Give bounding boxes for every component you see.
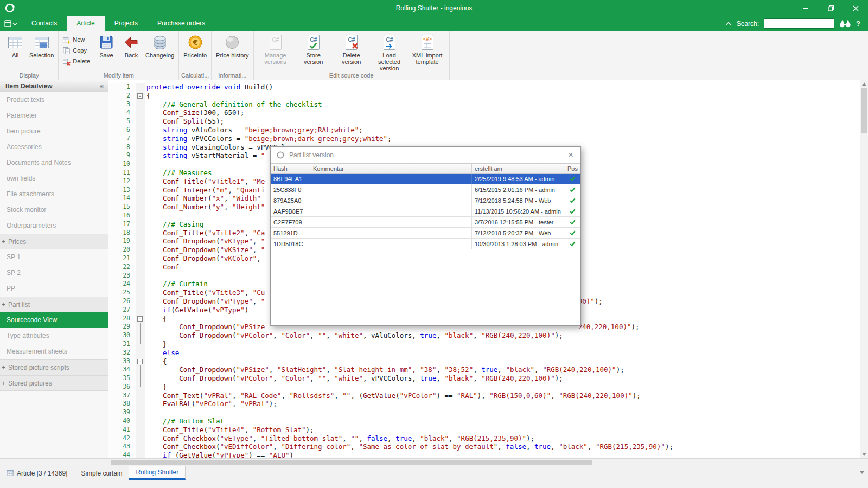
version-row[interactable]: AAF9B8E711/13/2015 10:56:20 AM - admin <box>271 206 580 217</box>
menu-tab-contacts[interactable]: Contacts <box>22 16 67 31</box>
ribbon-groups: AllSelectionDisplayNewCopyDeleteSaveBack… <box>0 31 868 80</box>
sidebar-item-stored-pictures[interactable]: +Stored pictures <box>0 375 108 391</box>
fold-margin <box>136 143 145 152</box>
sidebar-item-sp-2[interactable]: SP 2 <box>0 265 108 281</box>
column-header-kommentar[interactable]: Kommentar <box>310 164 472 173</box>
sidebar-item-stored-picture-scripts[interactable]: +Stored picture scripts <box>0 359 108 375</box>
minimize-button[interactable] <box>793 0 818 16</box>
line-number: 10 <box>108 160 136 169</box>
version-row[interactable]: 551291D7/12/2018 5:20:37 PM - Web <box>271 228 580 239</box>
button-manage-versions[interactable]: C#Manage versions <box>257 33 295 72</box>
button-price-history[interactable]: Price history <box>214 33 251 72</box>
column-header-pos[interactable]: Pos <box>565 164 580 173</box>
sidebar-item-documents-and-notes[interactable]: Documents and Notes <box>0 155 108 171</box>
button-label: Selection <box>29 52 54 59</box>
kommentar-cell <box>310 206 472 216</box>
fold-collapse-icon[interactable]: − <box>137 316 143 322</box>
version-row[interactable]: C2E7F7093/7/2016 12:15:55 PM - tester <box>271 217 580 228</box>
button-copy[interactable]: Copy <box>61 45 93 56</box>
maximize-button[interactable] <box>818 0 843 16</box>
binoculars-icon[interactable] <box>839 20 851 28</box>
sidebar-item-own-fields[interactable]: own fields <box>0 171 108 187</box>
scroll-up-icon[interactable] <box>862 82 866 86</box>
scroll-down-icon[interactable] <box>862 453 866 456</box>
application-menu-button[interactable] <box>0 16 22 31</box>
sidebar-item-label: own fields <box>7 175 35 182</box>
button-delete[interactable]: Delete <box>61 56 93 67</box>
code-text: Conf_Title("vTitle3", "Cu <box>145 288 265 297</box>
expand-plus-icon[interactable]: + <box>2 297 5 313</box>
expand-plus-icon[interactable]: + <box>2 376 5 391</box>
code-text: EvalRAL("vPColor", "vPRal"); <box>145 400 277 408</box>
button-save[interactable]: Save <box>94 33 119 72</box>
menu-tab-article[interactable]: Article <box>67 16 104 31</box>
status-tab-simple-curtain[interactable]: Simple curtain <box>74 466 129 480</box>
sidebar-item-label: Stock monitor <box>7 206 46 214</box>
sidebar-item-type-attributes[interactable]: Type attributes <box>0 328 108 344</box>
new-item-icon <box>62 36 71 44</box>
menu-tab-projects[interactable]: Projects <box>105 16 148 31</box>
dialog-titlebar[interactable]: Part list version × <box>271 147 580 163</box>
button-delete-version[interactable]: C#Delete version <box>333 33 371 72</box>
close-button[interactable] <box>843 0 868 16</box>
fold-margin <box>136 426 145 434</box>
fold-margin <box>136 331 145 340</box>
code-text: Conf_Dropdown("vKType", " <box>145 237 265 246</box>
ribbon-group-label: Edit source code <box>254 72 449 80</box>
button-all[interactable]: All <box>3 33 28 72</box>
dialog-close-icon[interactable]: × <box>564 149 577 162</box>
sidebar-item-label: Stored picture scripts <box>8 364 69 371</box>
fold-margin <box>136 237 145 246</box>
sidebar-item-stock-monitor[interactable]: Stock monitor <box>0 202 108 218</box>
sidebar-item-item-picture[interactable]: Item picture <box>0 124 108 139</box>
sidebar-item-sp-1[interactable]: SP 1 <box>0 249 108 265</box>
status-tab-article-3-14369[interactable]: Article [3 / 14369] <box>0 466 74 480</box>
table-small-icon <box>7 470 14 477</box>
chevron-up-icon[interactable] <box>725 22 732 26</box>
ribbon: AllSelectionDisplayNewCopyDeleteSaveBack… <box>0 31 868 80</box>
version-row[interactable]: 879A25A07/12/2018 5:24:58 PM - Web <box>271 195 580 206</box>
button-selection[interactable]: Selection <box>28 33 55 72</box>
button-back[interactable]: Back <box>119 33 144 72</box>
sidebar-item-orderparameters[interactable]: Orderparameters <box>0 218 108 234</box>
version-row[interactable]: 25C838F06/15/2015 2:01:16 PM - admin <box>271 184 580 195</box>
sidebar-item-part-list[interactable]: +Part list <box>0 297 108 312</box>
sidebar-item-product-texts[interactable]: Product texts <box>0 92 108 108</box>
fold-collapse-icon[interactable]: − <box>137 359 143 364</box>
button-load-selected-version[interactable]: C#Load selected version <box>371 33 409 72</box>
button-store-version[interactable]: C#Store version <box>295 33 333 72</box>
code-line: 7 string vPVCColors = "beige;brown;dark … <box>108 134 868 143</box>
horizontal-scrollbar[interactable] <box>0 458 868 466</box>
button-xml-import-template[interactable]: <#>XML import template <box>409 33 446 72</box>
sidebar-item-parameter[interactable]: Parameter <box>0 108 108 124</box>
button-priceinfo[interactable]: €Priceinfo <box>182 33 208 72</box>
collapse-sidebar-icon[interactable]: « <box>100 80 104 92</box>
hscroll-thumb[interactable] <box>111 460 592 465</box>
fold-collapse-icon[interactable]: − <box>137 93 143 99</box>
version-row[interactable]: 8BF94EA12/25/2019 9:48:53 AM - admin <box>271 174 580 184</box>
sidebar-item-measurement-sheets[interactable]: Measurement sheets <box>0 344 108 359</box>
column-header-hash[interactable]: Hash <box>271 164 310 173</box>
sidebar-item-sourcecode-view[interactable]: Sourcecode View <box>0 312 108 328</box>
button-new[interactable]: New <box>61 34 93 45</box>
expand-plus-icon[interactable]: + <box>2 360 5 376</box>
menu-tab-purchase-orders[interactable]: Purchase orders <box>148 16 215 31</box>
version-row[interactable]: 1DD5018C10/30/2013 1:28:03 PM - admin <box>271 239 580 249</box>
help-icon[interactable]: ? <box>856 20 860 28</box>
sidebar-item-label: Sourcecode View <box>7 316 57 324</box>
status-tab-rolling-shutter[interactable]: Rolling Shutter <box>129 466 186 480</box>
search-input[interactable] <box>764 18 834 29</box>
code-text: { <box>145 92 151 100</box>
vertical-scrollbar[interactable] <box>860 80 868 458</box>
sidebar-item-prices[interactable]: +Prices <box>0 234 108 249</box>
fold-margin <box>136 400 145 408</box>
column-header-erstellt-am[interactable]: erstellt am <box>472 164 565 173</box>
sidebar-item-pp[interactable]: PP <box>0 281 108 297</box>
expand-plus-icon[interactable]: + <box>2 234 5 250</box>
sidebar-item-accessories[interactable]: Accessories <box>0 139 108 155</box>
code-text: Conf_Dropdown("vPColor", "Color", "", "w… <box>145 331 563 340</box>
sidebar-item-file-attachments[interactable]: File attachments <box>0 187 108 202</box>
code-line: 32 else <box>108 349 868 357</box>
vscroll-thumb[interactable] <box>861 88 867 133</box>
button-changelog[interactable]: Changelog <box>144 33 176 72</box>
